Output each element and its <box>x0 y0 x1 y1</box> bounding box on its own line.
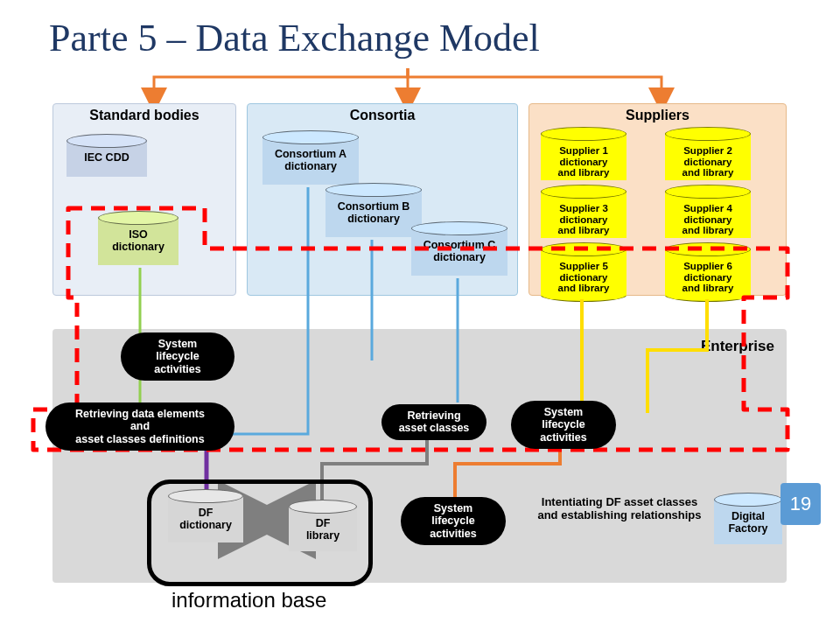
cyl-iec-cdd: IEC CDD <box>66 140 147 177</box>
cyl-supplier-2: Supplier 2 dictionary and library <box>665 133 751 180</box>
cyl-iso-dictionary: ISO dictionary <box>98 217 178 265</box>
enterprise-label: Enterprise <box>701 338 774 355</box>
cyl-supplier-1: Supplier 1 dictionary and library <box>541 133 626 180</box>
header-suppliers: Suppliers <box>529 104 786 127</box>
cyl-consortium-a: Consortium A dictionary <box>262 136 359 185</box>
pill-system-lifecycle-2: System lifecycle activities <box>511 401 616 449</box>
cyl-supplier-3: Supplier 3 dictionary and library <box>541 191 626 238</box>
pill-retrieve-defs: Retrieving data elements and asset class… <box>46 402 234 451</box>
cyl-consortium-b: Consortium B dictionary <box>326 189 422 237</box>
pill-system-lifecycle-1: System lifecycle activities <box>121 332 234 381</box>
page-number-badge: 19 <box>780 483 821 525</box>
cyl-supplier-5: Supplier 5 dictionary and library <box>541 248 626 296</box>
cyl-df-library: DF library <box>289 506 357 551</box>
cyl-digital-factory: Digital Factory <box>714 499 782 544</box>
intentiating-label: Intentiating DF asset classes and establ… <box>523 495 716 522</box>
cyl-consortium-c: Consortium C dictionary <box>411 228 508 276</box>
cyl-df-dictionary: DF dictionary <box>168 495 243 542</box>
information-base-caption: information base <box>172 588 326 612</box>
pill-retrieve-assets: Retrieving asset classes <box>382 404 486 440</box>
cyl-supplier-4: Supplier 4 dictionary and library <box>665 191 751 238</box>
header-consortia: Consortia <box>248 104 517 127</box>
panel-standard-bodies: Standard bodies <box>52 103 236 296</box>
cyl-supplier-6: Supplier 6 dictionary and library <box>665 248 751 296</box>
page-title: Parte 5 – Data Exchange Model <box>49 16 540 60</box>
header-standard-bodies: Standard bodies <box>53 104 235 127</box>
pill-system-lifecycle-3: System lifecycle activities <box>401 497 506 545</box>
